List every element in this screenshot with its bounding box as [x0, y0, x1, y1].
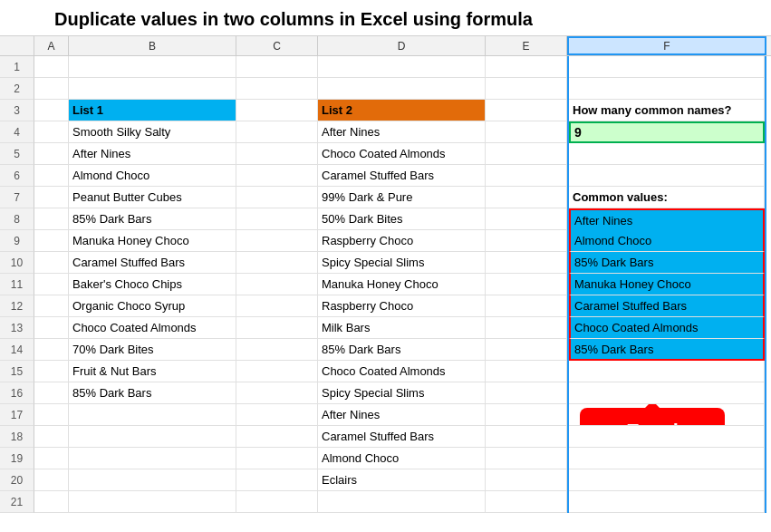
d12[interactable]: Raspberry Choco — [318, 295, 486, 317]
c8[interactable] — [236, 208, 318, 230]
b1[interactable] — [69, 56, 236, 78]
f12-common-5[interactable]: Caramel Stuffed Bars — [569, 295, 765, 317]
f10-common-3[interactable]: 85% Dark Bars — [569, 252, 765, 274]
c3[interactable] — [236, 100, 318, 121]
d10[interactable]: Spicy Special Slims — [318, 252, 486, 274]
d5[interactable]: Choco Coated Almonds — [318, 143, 486, 165]
b4[interactable]: Smooth Silky Salty — [69, 121, 236, 143]
e6[interactable] — [486, 165, 567, 187]
b11[interactable]: Baker's Choco Chips — [69, 274, 236, 295]
d2[interactable] — [318, 78, 486, 100]
a1[interactable] — [34, 56, 69, 78]
d13[interactable]: Milk Bars — [318, 317, 486, 339]
f13-common-6[interactable]: Choco Coated Almonds — [569, 317, 765, 339]
c19[interactable] — [236, 448, 318, 469]
b20[interactable] — [69, 469, 236, 491]
c5[interactable] — [236, 143, 318, 165]
b6[interactable]: Almond Choco — [69, 165, 236, 187]
d6[interactable]: Caramel Stuffed Bars — [318, 165, 486, 187]
e18[interactable] — [486, 426, 567, 448]
e2[interactable] — [486, 78, 567, 100]
f11-common-4[interactable]: Manuka Honey Choco — [569, 274, 765, 295]
d20[interactable]: Eclairs — [318, 469, 486, 491]
d3[interactable]: List 2 — [318, 100, 486, 121]
c20[interactable] — [236, 469, 318, 491]
c17[interactable] — [236, 404, 318, 426]
b9[interactable]: Manuka Honey Choco — [69, 230, 236, 252]
e17[interactable] — [486, 404, 567, 426]
c1[interactable] — [236, 56, 318, 78]
c15[interactable] — [236, 361, 318, 382]
a8[interactable] — [34, 208, 69, 230]
f3-header[interactable]: How many common names? — [569, 100, 765, 121]
a9[interactable] — [34, 230, 69, 252]
f14-common-7[interactable]: 85% Dark Bars — [569, 339, 765, 361]
a13[interactable] — [34, 317, 69, 339]
e4[interactable] — [486, 121, 567, 143]
b16[interactable]: 85% Dark Bars — [69, 382, 236, 404]
b12[interactable]: Organic Choco Syrup — [69, 295, 236, 317]
a16[interactable] — [34, 382, 69, 404]
c14[interactable] — [236, 339, 318, 361]
b7[interactable]: Peanut Butter Cubes — [69, 187, 236, 208]
d11[interactable]: Manuka Honey Choco — [318, 274, 486, 295]
f19[interactable] — [569, 448, 765, 469]
c12[interactable] — [236, 295, 318, 317]
e12[interactable] — [486, 295, 567, 317]
b3[interactable]: List 1 — [69, 100, 236, 121]
f18[interactable] — [569, 426, 765, 448]
f8-common-1[interactable]: After Nines — [569, 208, 765, 230]
e10[interactable] — [486, 252, 567, 274]
c2[interactable] — [236, 78, 318, 100]
a6[interactable] — [34, 165, 69, 187]
f17[interactable]: Excel Formula — [569, 404, 765, 426]
a15[interactable] — [34, 361, 69, 382]
b10[interactable]: Caramel Stuffed Bars — [69, 252, 236, 274]
d17[interactable]: After Nines — [318, 404, 486, 426]
c10[interactable] — [236, 252, 318, 274]
f21[interactable] — [569, 491, 765, 513]
d9[interactable]: Raspberry Choco — [318, 230, 486, 252]
d21[interactable] — [318, 491, 486, 513]
f7-common-label[interactable]: Common values: — [569, 187, 765, 208]
c4[interactable] — [236, 121, 318, 143]
b8[interactable]: 85% Dark Bars — [69, 208, 236, 230]
e3[interactable] — [486, 100, 567, 121]
c13[interactable] — [236, 317, 318, 339]
c18[interactable] — [236, 426, 318, 448]
b18[interactable] — [69, 426, 236, 448]
e8[interactable] — [486, 208, 567, 230]
b5[interactable]: After Nines — [69, 143, 236, 165]
d15[interactable]: Choco Coated Almonds — [318, 361, 486, 382]
c9[interactable] — [236, 230, 318, 252]
e19[interactable] — [486, 448, 567, 469]
c16[interactable] — [236, 382, 318, 404]
f15[interactable] — [569, 361, 765, 382]
d18[interactable]: Caramel Stuffed Bars — [318, 426, 486, 448]
a19[interactable] — [34, 448, 69, 469]
f6[interactable] — [569, 165, 765, 187]
f20[interactable] — [569, 469, 765, 491]
a10[interactable] — [34, 252, 69, 274]
d8[interactable]: 50% Dark Bites — [318, 208, 486, 230]
e15[interactable] — [486, 361, 567, 382]
a5[interactable] — [34, 143, 69, 165]
a14[interactable] — [34, 339, 69, 361]
a3[interactable] — [34, 100, 69, 121]
e16[interactable] — [486, 382, 567, 404]
a4[interactable] — [34, 121, 69, 143]
a17[interactable] — [34, 404, 69, 426]
a7[interactable] — [34, 187, 69, 208]
f2[interactable] — [569, 78, 765, 100]
d4[interactable]: After Nines — [318, 121, 486, 143]
e14[interactable] — [486, 339, 567, 361]
b14[interactable]: 70% Dark Bites — [69, 339, 236, 361]
d16[interactable]: Spicy Special Slims — [318, 382, 486, 404]
a2[interactable] — [34, 78, 69, 100]
c6[interactable] — [236, 165, 318, 187]
e9[interactable] — [486, 230, 567, 252]
e13[interactable] — [486, 317, 567, 339]
a18[interactable] — [34, 426, 69, 448]
e1[interactable] — [486, 56, 567, 78]
a11[interactable] — [34, 274, 69, 295]
